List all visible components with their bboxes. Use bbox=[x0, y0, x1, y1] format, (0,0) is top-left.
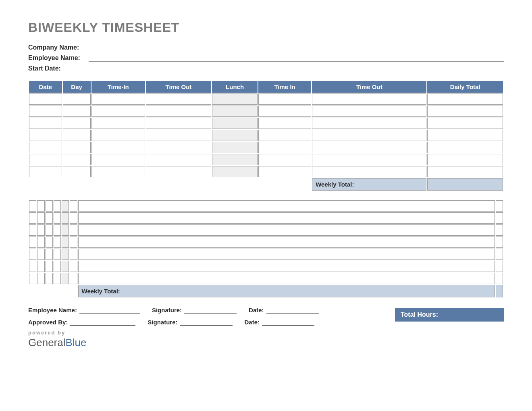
cell-time_in_pm[interactable] bbox=[258, 118, 311, 129]
cell-date[interactable] bbox=[29, 261, 36, 272]
cell-time_out_pm[interactable] bbox=[312, 93, 426, 105]
cell-date[interactable] bbox=[29, 212, 36, 224]
cell-time_out_am[interactable] bbox=[146, 142, 211, 153]
cell-time_in_am[interactable] bbox=[46, 249, 53, 260]
cell-lunch[interactable] bbox=[62, 212, 69, 224]
cell-time_in_am[interactable] bbox=[91, 106, 145, 117]
cell-time_out_am[interactable] bbox=[54, 249, 61, 260]
cell-time_in_am[interactable] bbox=[91, 142, 145, 153]
cell-time_out_am[interactable] bbox=[54, 273, 61, 284]
cell-time_in_am[interactable] bbox=[46, 224, 53, 236]
cell-lunch[interactable] bbox=[212, 93, 258, 105]
cell-lunch[interactable] bbox=[212, 106, 258, 117]
cell-daily_total[interactable] bbox=[427, 166, 503, 177]
cell-time_out_pm[interactable] bbox=[78, 200, 495, 212]
cell-time_in_am[interactable] bbox=[46, 237, 53, 248]
cell-daily_total[interactable] bbox=[496, 273, 503, 284]
cell-day[interactable] bbox=[37, 200, 44, 212]
cell-lunch[interactable] bbox=[62, 224, 69, 236]
cell-date[interactable] bbox=[29, 273, 36, 284]
cell-time_out_pm[interactable] bbox=[312, 118, 426, 129]
cell-date[interactable] bbox=[29, 166, 62, 177]
cell-date[interactable] bbox=[29, 200, 36, 212]
cell-time_in_pm[interactable] bbox=[70, 273, 77, 284]
sig-employee-date-line[interactable] bbox=[266, 305, 319, 313]
cell-lunch[interactable] bbox=[62, 249, 69, 260]
cell-time_out_pm[interactable] bbox=[78, 261, 495, 272]
cell-time_in_pm[interactable] bbox=[258, 142, 311, 153]
cell-date[interactable] bbox=[29, 118, 62, 129]
cell-time_in_am[interactable] bbox=[46, 261, 53, 272]
cell-lunch[interactable] bbox=[62, 261, 69, 272]
cell-time_out_am[interactable] bbox=[146, 93, 211, 105]
cell-day[interactable] bbox=[37, 273, 44, 284]
cell-time_in_pm[interactable] bbox=[70, 249, 77, 260]
cell-daily_total[interactable] bbox=[427, 142, 503, 153]
cell-time_out_am[interactable] bbox=[146, 118, 211, 129]
cell-time_in_pm[interactable] bbox=[258, 106, 311, 117]
sig-approved-by-line[interactable] bbox=[70, 318, 135, 326]
cell-time_in_am[interactable] bbox=[46, 200, 53, 212]
cell-time_out_pm[interactable] bbox=[312, 142, 426, 153]
cell-day[interactable] bbox=[63, 142, 91, 153]
cell-time_out_am[interactable] bbox=[54, 212, 61, 224]
cell-daily_total[interactable] bbox=[496, 200, 503, 212]
cell-time_in_pm[interactable] bbox=[70, 237, 77, 248]
cell-time_in_am[interactable] bbox=[91, 130, 145, 141]
sig-employee-signature-line[interactable] bbox=[184, 305, 237, 313]
sig-approver-date-line[interactable] bbox=[262, 318, 314, 326]
sig-approver-signature-line[interactable] bbox=[180, 318, 233, 326]
cell-daily_total[interactable] bbox=[496, 261, 503, 272]
cell-date[interactable] bbox=[29, 93, 62, 105]
cell-daily_total[interactable] bbox=[427, 130, 503, 141]
cell-day[interactable] bbox=[37, 249, 44, 260]
cell-daily_total[interactable] bbox=[496, 249, 503, 260]
cell-time_in_pm[interactable] bbox=[258, 166, 311, 177]
cell-date[interactable] bbox=[29, 237, 36, 248]
cell-time_in_pm[interactable] bbox=[70, 200, 77, 212]
cell-day[interactable] bbox=[63, 130, 91, 141]
cell-time_in_am[interactable] bbox=[46, 273, 53, 284]
cell-time_out_pm[interactable] bbox=[78, 237, 495, 248]
cell-time_out_pm[interactable] bbox=[78, 212, 495, 224]
cell-time_out_am[interactable] bbox=[146, 106, 211, 117]
cell-time_in_am[interactable] bbox=[91, 154, 145, 165]
cell-lunch[interactable] bbox=[62, 237, 69, 248]
cell-time_in_pm[interactable] bbox=[70, 212, 77, 224]
cell-time_in_am[interactable] bbox=[91, 93, 145, 105]
cell-day[interactable] bbox=[63, 106, 91, 117]
employee-input-line[interactable] bbox=[89, 53, 504, 62]
cell-daily_total[interactable] bbox=[496, 212, 503, 224]
cell-day[interactable] bbox=[37, 212, 44, 224]
company-input-line[interactable] bbox=[89, 42, 504, 51]
cell-time_out_am[interactable] bbox=[54, 261, 61, 272]
cell-time_in_am[interactable] bbox=[91, 118, 145, 129]
cell-lunch[interactable] bbox=[212, 154, 258, 165]
cell-lunch[interactable] bbox=[212, 166, 258, 177]
cell-day[interactable] bbox=[37, 261, 44, 272]
week1-total-value[interactable] bbox=[427, 178, 503, 191]
cell-time_in_pm[interactable] bbox=[258, 154, 311, 165]
startdate-input-line[interactable] bbox=[89, 63, 504, 72]
cell-time_out_am[interactable] bbox=[54, 224, 61, 236]
cell-lunch[interactable] bbox=[62, 200, 69, 212]
cell-daily_total[interactable] bbox=[496, 237, 503, 248]
cell-time_out_pm[interactable] bbox=[312, 166, 426, 177]
cell-date[interactable] bbox=[29, 154, 62, 165]
cell-day[interactable] bbox=[63, 166, 91, 177]
sig-employee-name-line[interactable] bbox=[79, 305, 140, 313]
cell-date[interactable] bbox=[29, 106, 62, 117]
cell-time_out_pm[interactable] bbox=[312, 154, 426, 165]
cell-time_out_am[interactable] bbox=[146, 130, 211, 141]
cell-time_in_pm[interactable] bbox=[258, 130, 311, 141]
cell-time_in_pm[interactable] bbox=[70, 224, 77, 236]
cell-daily_total[interactable] bbox=[496, 224, 503, 236]
cell-lunch[interactable] bbox=[62, 273, 69, 284]
cell-date[interactable] bbox=[29, 130, 62, 141]
cell-daily_total[interactable] bbox=[427, 93, 503, 105]
cell-lunch[interactable] bbox=[212, 118, 258, 129]
cell-date[interactable] bbox=[29, 142, 62, 153]
cell-day[interactable] bbox=[63, 93, 91, 105]
cell-daily_total[interactable] bbox=[427, 118, 503, 129]
cell-time_in_am[interactable] bbox=[46, 212, 53, 224]
